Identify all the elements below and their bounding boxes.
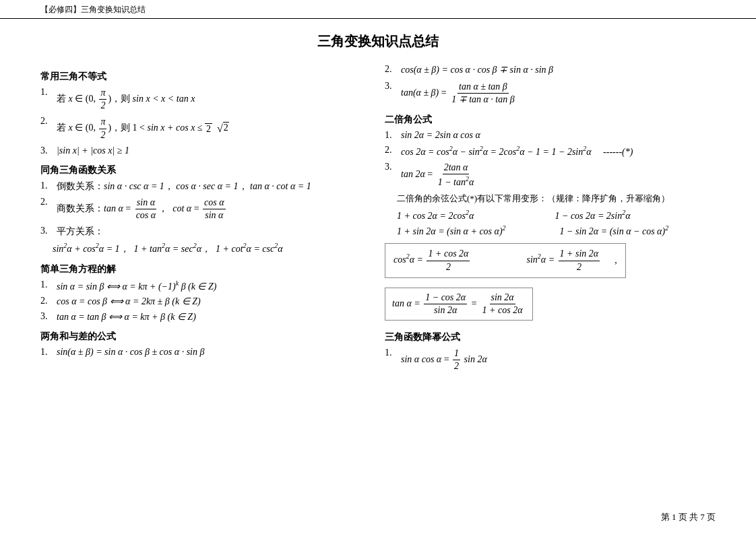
list-item: 1. sin(α ± β) = sin α · cos β ± cos α · …	[40, 347, 358, 358]
list-item: 2. 商数关系：tan α = sin αcos α， cot α = cos …	[40, 197, 358, 222]
list-item: 3. |sin x| + |cos x| ≥ 1	[40, 145, 358, 156]
item-num: 1.	[40, 87, 53, 98]
double-angle-note: 二倍角的余弦公式(*)有以下常用变形：（规律：降序扩角，升幂缩角）	[397, 193, 716, 205]
section-sum-title: 两角和与差的公式	[40, 331, 358, 343]
item-num: 1.	[40, 180, 53, 191]
item-num: 2.	[40, 296, 53, 306]
item-num: 1.	[385, 347, 397, 358]
footer-text: 第 1 页 共 7 页	[661, 512, 716, 522]
boxed-cos2-sin2: cos2α = 1 + cos 2α2 sin2α = 1 + sin 2α2 …	[385, 243, 626, 277]
item-content: cos α = cos β ⟺ α = 2kπ ± β (k ∈ Z)	[57, 296, 358, 307]
item-num: 3.	[40, 311, 53, 322]
item-num: 3.	[385, 81, 397, 92]
main-content: 三角变换知识点总结 常用三角不等式 1. 若 x ∈ (0, π2)，则 sin…	[0, 19, 756, 404]
right-column: 2. cos(α ± β) = cos α · cos β ∓ sin α · …	[378, 63, 716, 377]
item-content: cos 2α = cos2α − sin2α = 2cos2α − 1 = 1 …	[401, 145, 716, 158]
list-item: 1. sin α = sin β ⟺ α = kπ + (−1)k β (k ∈…	[40, 279, 358, 292]
item-content: sin α = sin β ⟺ α = kπ + (−1)k β (k ∈ Z)	[57, 279, 358, 292]
item-num: 2.	[385, 64, 397, 75]
section-inequalities-title: 常用三角不等式	[40, 71, 358, 83]
list-item: 1. sin 2α = 2sin α cos α	[385, 130, 716, 141]
item-content: 商数关系：tan α = sin αcos α， cot α = cos αsi…	[57, 197, 358, 222]
item-content: 若 x ∈ (0, π2)，则 sin x < x < tan x	[57, 87, 358, 112]
page-title: 三角变换知识点总结	[40, 32, 716, 51]
item-content: sin(α ± β) = sin α · cos β ± cos α · sin…	[57, 347, 358, 358]
list-item: 1. 倒数关系：sin α · csc α = 1， cos α · sec α…	[40, 180, 358, 193]
item-content: 若 x ∈ (0, π2)，则 1 < sin x + cos x ≤ 2 √2	[57, 116, 358, 141]
header-bar: 【必修四】三角变换知识总结	[0, 0, 756, 19]
formula-text: 1 − sin 2α = (sin α − cos α)2	[560, 224, 669, 237]
list-item: 2. cos 2α = cos2α − sin2α = 2cos2α − 1 =…	[385, 145, 716, 158]
section-simple-title: 简单三角方程的解	[40, 263, 358, 275]
list-item: 3. tan(α ± β) = tan α ± tan β1 ∓ tan α ·…	[385, 81, 716, 106]
item-content: |sin x| + |cos x| ≥ 1	[57, 145, 358, 156]
item-content: sin 2α = 2sin α cos α	[401, 130, 716, 141]
section-relations-title: 同角三角函数关系	[40, 164, 358, 176]
page: 【必修四】三角变换知识总结 三角变换知识点总结 常用三角不等式 1. 若 x ∈…	[0, 0, 756, 534]
item-num: 1.	[385, 130, 397, 141]
formula-text: 1 + sin 2α = (sin α + cos α)2	[397, 224, 506, 237]
tan-box-formula: tan α = 1 − cos 2αsin 2α = sin 2α1 + cos…	[385, 288, 533, 321]
sin2-formula: sin2α = 1 + sin 2α2	[526, 248, 601, 273]
item-num: 1.	[40, 347, 53, 358]
header-text: 【必修四】三角变换知识总结	[40, 5, 146, 14]
item-content: 倒数关系：sin α · csc α = 1， cos α · sec α = …	[57, 180, 358, 193]
item-num: 3.	[385, 162, 397, 172]
item-content: tan 2α = 2tan α1 − tan2α	[401, 162, 716, 189]
item-content: tan α = tan β ⟺ α = kπ + β (k ∈ Z)	[57, 311, 358, 323]
item-content: tan(α ± β) = tan α ± tan β1 ∓ tan α · ta…	[401, 81, 716, 106]
list-item: 2. cos(α ± β) = cos α · cos β ∓ sin α · …	[385, 64, 716, 75]
item-num: 1.	[40, 279, 53, 290]
formula-cos-sum: 2. cos(α ± β) = cos α · cos β ∓ sin α · …	[385, 64, 716, 106]
transform-formulas: 1 + cos 2α = 2cos2α 1 − cos 2α = 2sin2α …	[397, 209, 716, 236]
list-item: 1. 若 x ∈ (0, π2)，则 sin x < x < tan x	[40, 87, 358, 112]
list-item: 2. 若 x ∈ (0, π2)，则 1 < sin x + cos x ≤ 2…	[40, 116, 358, 141]
section-power-title: 三角函数降幂公式	[385, 331, 716, 343]
formula-row: 1 + cos 2α = 2cos2α 1 − cos 2α = 2sin2α	[397, 209, 716, 222]
item-num: 2.	[40, 197, 53, 207]
item-num: 3.	[40, 145, 53, 156]
formula-text: 1 + cos 2α = 2cos2α	[397, 209, 474, 222]
left-column: 常用三角不等式 1. 若 x ∈ (0, π2)，则 sin x < x < t…	[40, 63, 378, 377]
section-double-title: 二倍角公式	[385, 114, 716, 126]
tan-formula: tan α = 1 − cos 2αsin 2α = sin 2α1 + cos…	[392, 292, 526, 316]
formula-text: 1 − cos 2α = 2sin2α	[555, 209, 630, 222]
boxed-tan: tan α = 1 − cos 2αsin 2α = sin 2α1 + cos…	[385, 285, 716, 323]
footer: 第 1 页 共 7 页	[661, 511, 716, 523]
formula-row: 1 + sin 2α = (sin α + cos α)2 1 − sin 2α…	[397, 224, 716, 237]
item-content: sin α cos α = 12 sin 2α	[401, 347, 716, 372]
list-item: 2. cos α = cos β ⟺ α = 2kπ ± β (k ∈ Z)	[40, 296, 358, 307]
comma: ,	[615, 255, 617, 266]
item-num: 2.	[40, 116, 53, 127]
item-content: cos(α ± β) = cos α · cos β ∓ sin α · sin…	[401, 64, 716, 75]
list-item: 1. sin α cos α = 12 sin 2α	[385, 347, 716, 372]
cos2-formula: cos2α = 1 + cos 2α2	[393, 248, 471, 273]
formula-square: sin2α + cos2α = 1， 1 + tan2α = sec2α， 1 …	[40, 242, 358, 255]
two-column-layout: 常用三角不等式 1. 若 x ∈ (0, π2)，则 sin x < x < t…	[40, 63, 716, 377]
list-item: 3. tan α = tan β ⟺ α = kπ + β (k ∈ Z)	[40, 311, 358, 323]
list-item: 3. 平方关系：	[40, 226, 358, 238]
item-num: 2.	[385, 145, 397, 156]
item-content: 平方关系：	[57, 226, 358, 238]
item-num: 3.	[40, 226, 53, 236]
list-item: 3. tan 2α = 2tan α1 − tan2α	[385, 162, 716, 189]
